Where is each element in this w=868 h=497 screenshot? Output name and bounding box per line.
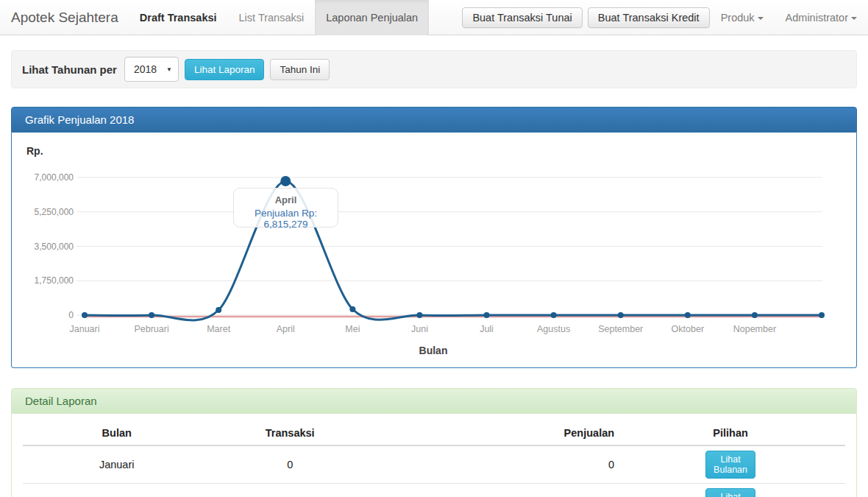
year-filter-bar: Lihat Tahunan per 2018 ▼ Lihat Laporan T… — [11, 50, 857, 88]
sales-line-chart: Rp. April Penjualan Rp: 6,815,279 Bulan … — [11, 133, 857, 368]
data-point[interactable] — [685, 312, 691, 318]
sales-series-line — [85, 181, 822, 320]
cell-penjualan: 0 — [369, 484, 700, 497]
data-point[interactable] — [82, 312, 88, 318]
column-header-bulan: Bulan — [23, 418, 210, 445]
column-header-penjualan: Penjualan — [369, 418, 700, 445]
data-point[interactable] — [752, 312, 758, 318]
sales-chart-panel: Grafik Penjualan 2018 Rp. April Penjuala… — [11, 107, 857, 368]
y-axis-tick-label: 3,500,000 — [12, 242, 74, 252]
tooltip-value: Penjualan Rp: 6,815,279 — [234, 208, 338, 230]
nav-item-list-transaksi[interactable]: List Transaksi — [228, 0, 316, 35]
nav-item-laporan-penjualan[interactable]: Laponan Penjualan — [315, 0, 429, 35]
y-axis-tick-label: 7,000,000 — [12, 172, 74, 183]
x-axis-title: Bulan — [419, 345, 448, 356]
table-header-row: Bulan Transaksi Penjualan Pilihan — [23, 418, 845, 445]
y-axis-tick-label: 0 — [12, 310, 74, 320]
cell-transaksi: 0 — [210, 445, 369, 484]
nav-item-draft-transaksi[interactable]: Draft Transaksi — [129, 0, 228, 35]
data-point[interactable] — [149, 312, 154, 318]
data-point[interactable] — [349, 306, 355, 312]
cell-penjualan: 0 — [369, 445, 700, 484]
tooltip-month: April — [234, 194, 338, 205]
detail-panel-title: Detail Laporan — [11, 388, 857, 414]
table-row: Januari 0 0 Lihat Bulanan — [23, 445, 845, 484]
column-header-pilihan: Pilihan — [700, 418, 845, 445]
filter-label: Lihat Tahunan per — [22, 63, 117, 76]
data-point[interactable] — [484, 312, 490, 318]
column-header-transaksi: Transaksi — [210, 418, 369, 445]
data-point[interactable] — [819, 312, 825, 318]
chart-panel-title: Grafik Penjualan 2018 — [11, 107, 857, 133]
y-axis-tick-label: 5,250,000 — [12, 207, 74, 217]
data-point[interactable] — [416, 312, 422, 318]
data-point[interactable] — [216, 307, 221, 313]
brand[interactable]: Apotek Sejahtera — [11, 10, 118, 26]
produk-dropdown[interactable]: Produk — [710, 12, 775, 24]
monthly-report-table: Bulan Transaksi Penjualan Pilihan Januar… — [23, 418, 845, 497]
administrator-dropdown[interactable]: Administrator — [775, 12, 868, 24]
data-point[interactable] — [280, 176, 291, 186]
detail-panel-body: Bulan Transaksi Penjualan Pilihan Januar… — [11, 414, 857, 497]
y-axis-tick-label: 1,750,000 — [12, 275, 74, 286]
buat-transaksi-kredit-button[interactable]: Buat Transaksi Kredit — [588, 7, 710, 28]
table-row: Pebruari 0 0 Lihat Bulanan — [23, 484, 845, 497]
buat-transaksi-tunai-button[interactable]: Buat Transaksi Tunai — [462, 7, 582, 28]
x-axis-tick-label: Nopember — [714, 324, 795, 334]
tahun-ini-button[interactable]: Tahun Ini — [270, 59, 330, 80]
lihat-laporan-button[interactable]: Lihat Laporan — [185, 59, 265, 80]
detail-report-panel: Detail Laporan Bulan Transaksi Penjualan… — [11, 388, 857, 497]
chevron-down-icon — [758, 17, 764, 20]
navbar: Apotek Sejahtera Draft Transaksi List Tr… — [0, 0, 868, 35]
chart-tooltip: April Penjualan Rp: 6,815,279 — [233, 188, 338, 228]
year-select[interactable]: 2018 ▼ — [124, 57, 179, 82]
year-select-value: 2018 — [134, 63, 157, 75]
cell-transaksi: 0 — [210, 484, 369, 497]
lihat-bulanan-button[interactable]: Lihat Bulanan — [705, 451, 755, 479]
cell-bulan: Pebruari — [23, 484, 210, 497]
chevron-down-icon — [851, 17, 857, 20]
select-arrow-icon: ▼ — [166, 66, 172, 73]
data-point[interactable] — [618, 312, 624, 318]
navbar-right: Buat Transaksi Tunai Buat Transaksi Kred… — [457, 7, 868, 28]
data-point[interactable] — [551, 312, 557, 318]
cell-bulan: Januari — [23, 445, 210, 484]
lihat-bulanan-button[interactable]: Lihat Bulanan — [705, 488, 755, 497]
